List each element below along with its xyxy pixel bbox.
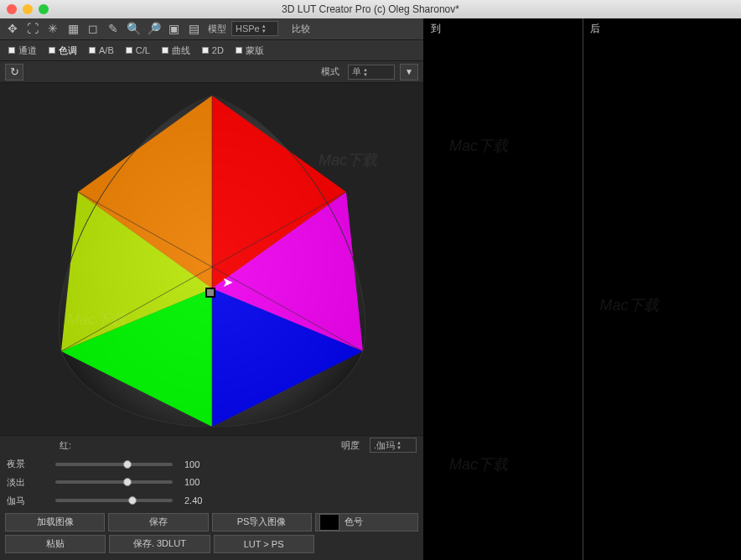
zoom-in-icon[interactable]: 🔍 <box>124 20 142 37</box>
title-bar: 3D LUT Creator Pro (c) Oleg Sharonov* <box>0 0 741 18</box>
main-toolbar: ✥ ⛶ ✳ ▦ ◻ ✎ 🔍 🔎 ▣ ▤ 模型 HSPe ▲▼ 比较 <box>0 18 423 40</box>
watermark: Mac下载 <box>449 136 508 156</box>
tab-cl[interactable]: C/L <box>121 42 155 59</box>
grid-tool-icon[interactable]: ▦ <box>64 20 82 37</box>
model-label: 模型 <box>205 23 230 35</box>
color-hexagon[interactable]: ➤ <box>28 91 396 427</box>
tab-label: C/L <box>136 45 150 55</box>
compare-label[interactable]: 比较 <box>288 23 314 35</box>
model-spinner[interactable]: HSPe ▲▼ <box>231 21 278 36</box>
slider-thumb[interactable] <box>123 460 132 469</box>
crop-tool-icon[interactable]: ▣ <box>164 20 183 37</box>
zoom-window-button[interactable] <box>39 4 49 14</box>
watermark: Mac下载 <box>449 454 508 474</box>
left-panel: ✥ ⛶ ✳ ▦ ◻ ✎ 🔍 🔎 ▣ ▤ 模型 HSPe ▲▼ 比较 通道 色调 … <box>0 18 424 560</box>
preview-before-label: 到 <box>431 22 441 36</box>
checkbox-icon[interactable] <box>236 47 242 54</box>
watermark: Mac下载 <box>600 295 659 315</box>
center-tool-icon[interactable]: ✳ <box>44 20 62 37</box>
window-controls <box>7 4 49 14</box>
tab-2d[interactable]: 2D <box>197 42 229 59</box>
close-window-button[interactable] <box>7 4 17 14</box>
slider-fade: 淡出 100 <box>0 474 423 492</box>
tab-label: 曲线 <box>172 44 190 57</box>
zoom-out-icon[interactable]: 🔎 <box>144 20 163 37</box>
cursor-icon: ➤ <box>222 274 233 290</box>
tabs-row: 通道 色调 A/B C/L 曲线 2D 蒙版 <box>0 40 423 62</box>
checkbox-icon[interactable] <box>49 47 55 54</box>
red-label: 红: <box>7 439 124 452</box>
paste-button[interactable]: 粘贴 <box>5 535 106 553</box>
color-swatch[interactable] <box>319 514 339 531</box>
save-button[interactable]: 保存 <box>108 513 208 531</box>
minimize-window-button[interactable] <box>23 4 33 14</box>
slider-track[interactable] <box>55 480 173 484</box>
preview-before[interactable]: 到 Mac下载 Mac下载 <box>424 18 583 560</box>
tab-label: 2D <box>212 45 224 55</box>
hexagon-svg <box>28 91 396 427</box>
preview-after[interactable]: 后 Mac下载 <box>583 18 742 560</box>
checkbox-icon[interactable] <box>8 47 15 54</box>
brightness-dropdown[interactable]: .伽玛 ▲▼ <box>370 438 417 453</box>
label-row: 红: 明度 .伽玛 ▲▼ <box>0 435 423 455</box>
checkbox-icon[interactable] <box>202 47 209 54</box>
mode-label: 模式 <box>318 65 343 78</box>
slider-night: 夜景 100 <box>0 455 423 474</box>
color-hexagon-panel: ➤ Mac下载 Mac下载 <box>0 83 423 435</box>
checkbox-icon[interactable] <box>162 47 168 54</box>
slider-label: 淡出 <box>7 476 44 489</box>
spinner-arrows-icon[interactable]: ▲▼ <box>363 67 368 77</box>
mode-row: ↻ 模式 单 ▲▼ ▼ <box>0 61 423 83</box>
layout-tool-icon[interactable]: ▤ <box>184 20 203 37</box>
slider-thumb[interactable] <box>123 478 132 486</box>
mode-value: 单 <box>352 65 361 78</box>
tab-label: 蒙版 <box>246 44 264 57</box>
checkbox-icon[interactable] <box>89 47 96 54</box>
preview-after-label: 后 <box>590 22 600 36</box>
load-image-button[interactable]: 加载图像 <box>5 513 105 531</box>
tab-channel[interactable]: 通道 <box>3 42 42 59</box>
ps-import-button[interactable]: PS导入图像 <box>212 513 312 531</box>
move-tool-icon[interactable]: ✥ <box>3 20 22 37</box>
save-3dlut-button[interactable]: 保存. 3DLUT <box>109 535 210 553</box>
tab-label: A/B <box>99 45 114 55</box>
brightness-value: .伽玛 <box>374 439 395 452</box>
tab-ab[interactable]: A/B <box>84 42 119 59</box>
fit-tool-icon[interactable]: ⛶ <box>23 20 42 37</box>
model-value: HSPe <box>236 23 260 34</box>
slider-value: 100 <box>184 459 218 469</box>
brightness-label: 明度 <box>338 439 363 452</box>
slider-label: 伽马 <box>7 495 44 507</box>
tab-label: 色调 <box>59 44 77 57</box>
tab-curves[interactable]: 曲线 <box>157 42 195 59</box>
slider-label: 夜景 <box>7 458 44 470</box>
spinner-arrows-icon[interactable]: ▲▼ <box>262 23 267 34</box>
slider-track[interactable] <box>55 499 173 502</box>
select-tool-icon[interactable]: ◻ <box>84 20 102 37</box>
slider-gamma: 伽马 2.40 <box>0 491 423 510</box>
preset-dropdown-button[interactable]: ▼ <box>400 64 418 80</box>
spinner-arrows-icon[interactable]: ▲▼ <box>396 440 402 450</box>
button-area: 加载图像 保存 PS导入图像 色号 粘贴 保存. 3DLUT LUT > PS <box>0 510 423 560</box>
tab-mask[interactable]: 蒙版 <box>231 42 269 59</box>
color-code-label: 色号 <box>345 516 363 528</box>
lut-to-ps-button[interactable]: LUT > PS <box>214 535 314 553</box>
slider-value: 100 <box>184 477 218 487</box>
reset-button[interactable]: ↻ <box>5 64 23 80</box>
slider-track[interactable] <box>55 463 173 466</box>
color-code-area[interactable]: 色号 <box>315 513 418 531</box>
slider-value: 2.40 <box>184 495 218 506</box>
window-title: 3D LUT Creator Pro (c) Oleg Sharonov* <box>0 3 741 15</box>
slider-thumb[interactable] <box>128 496 137 505</box>
tab-hue[interactable]: 色调 <box>44 42 82 59</box>
color-picker-handle[interactable] <box>205 288 215 298</box>
tab-label: 通道 <box>18 44 37 57</box>
eyedropper-tool-icon[interactable]: ✎ <box>104 20 122 37</box>
checkbox-icon[interactable] <box>126 47 132 54</box>
preview-area: 到 Mac下载 Mac下载 后 Mac下载 <box>424 18 741 560</box>
mode-spinner[interactable]: 单 ▲▼ <box>348 65 395 80</box>
